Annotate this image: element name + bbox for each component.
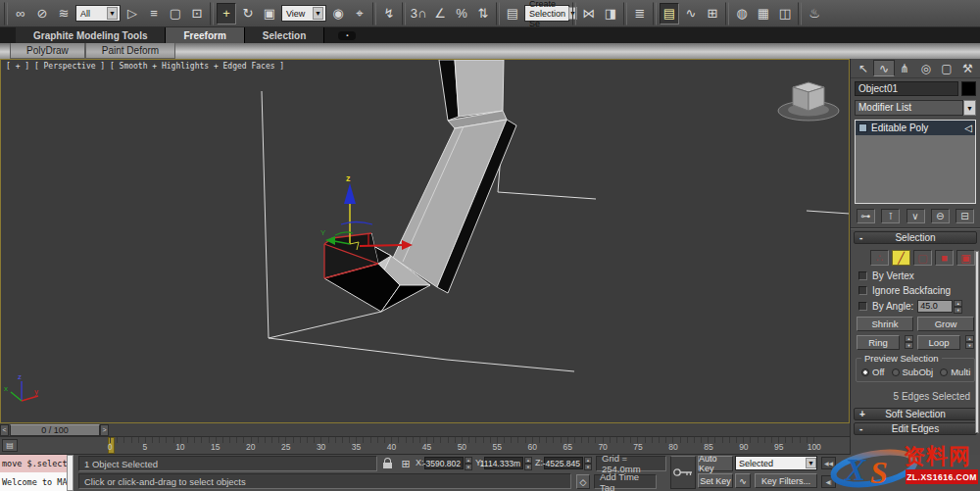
default-tangent-button[interactable]: ∿ (735, 473, 751, 488)
remove-modifier-button[interactable]: ⊖ (931, 209, 950, 223)
maxscript-listener-line2[interactable]: Welcome to MAX (0, 472, 67, 491)
z-coord-spinner[interactable]: ▲▼ (584, 457, 592, 469)
toolbar-separator[interactable]: ▼ (496, 2, 500, 25)
configure-modifier-sets-button[interactable]: ⊟ (956, 209, 974, 223)
open-mini-curve-editor-button[interactable]: ▤ (2, 439, 18, 452)
viewport-canvas[interactable]: z Y z x y (1, 60, 849, 422)
rollout-edit-edges[interactable]: - Edit Edges (854, 422, 977, 435)
toolbar-separator[interactable]: ▼ (653, 2, 657, 25)
maxscript-listener-line1[interactable]: move $.selecte (0, 455, 67, 472)
command-tab-hierarchy[interactable]: ⋔ (895, 60, 915, 76)
selection-lock-toggle[interactable] (380, 456, 395, 471)
element-mode-button[interactable]: ▣ (956, 250, 975, 266)
spinner-snap-icon[interactable]: ⇅ ▼ (473, 3, 493, 25)
object-color-swatch[interactable] (961, 81, 976, 96)
reference-coordinate-system-dropdown[interactable]: View ▼ (281, 5, 326, 22)
mirror-icon[interactable]: ⋈ ▼ (579, 3, 599, 25)
select-and-link-icon[interactable]: ∞ ▼ (11, 3, 30, 25)
select-and-manipulate-icon[interactable]: ⌖ ▼ (350, 3, 369, 25)
toolbar-separator[interactable]: ▼ (210, 2, 214, 25)
vertex-mode-button[interactable]: ∴ (870, 250, 889, 266)
selection-set-dropdown[interactable]: Selected ▼ (735, 456, 817, 470)
angle-snap-icon[interactable]: ∠ ▼ (430, 3, 450, 25)
set-key-button[interactable]: Set Key (698, 473, 733, 488)
manage-layers-icon[interactable]: ≣ ▼ (630, 3, 650, 25)
checkbox[interactable] (858, 286, 867, 295)
show-end-result-button[interactable]: ⊺ (881, 209, 900, 223)
percent-snap-icon[interactable]: % ▼ (452, 3, 471, 25)
command-tab-utilities[interactable]: ⚒ (957, 60, 978, 76)
graphite-modeling-tools-toggle-icon[interactable]: ▤ ▼ (660, 3, 679, 25)
ring-spinner[interactable]: ▲▼ (905, 335, 913, 348)
schematic-view-icon[interactable]: ⊞ ▼ (703, 3, 722, 25)
edit-named-selection-sets-icon[interactable]: ▤ ▼ (503, 3, 522, 25)
ribbon-tab-freeform[interactable]: Freeform (166, 27, 244, 43)
chevron-down-icon[interactable]: ▼ (313, 7, 323, 20)
select-object-icon[interactable]: ▷ ▼ (122, 3, 142, 25)
viewcube[interactable] (778, 82, 839, 121)
polygon-mode-button[interactable]: ■ (935, 250, 954, 266)
x-coord-field[interactable]: -3590.802 (424, 457, 464, 469)
material-editor-icon[interactable]: ◍ ▼ (732, 3, 752, 25)
maxscript-listener-scrollbar[interactable] (67, 455, 74, 491)
select-and-scale-icon[interactable]: ▣ ▼ (260, 3, 279, 25)
preview-subobj-radio[interactable]: SubObj (892, 367, 934, 377)
command-tab-create[interactable]: ↖ (853, 60, 873, 76)
select-and-move-icon[interactable]: + ▼ (217, 3, 236, 25)
ribbon-subtab-polydraw[interactable]: PolyDraw (10, 43, 85, 59)
render-setup-icon[interactable]: ▦ ▼ (754, 3, 773, 25)
command-panel-scrollbar[interactable] (975, 251, 979, 433)
y-coord-field[interactable]: 1114.333m (484, 457, 523, 469)
absolute-mode-toggle[interactable]: ⊞ (398, 456, 414, 471)
select-by-name-icon[interactable]: ≡ ▼ (144, 3, 164, 25)
named-selection-sets-dropdown[interactable]: Create Selection Se ▼ (524, 5, 569, 22)
previous-frame-arrow[interactable]: < (0, 424, 9, 436)
keyboard-shortcut-override-icon[interactable]: ↯ ▼ (379, 3, 399, 25)
snaps-toggle-icon[interactable]: 3∩ ▼ (409, 3, 428, 25)
by-angle-checkbox[interactable] (858, 302, 867, 311)
next-frame-arrow[interactable]: > (100, 424, 109, 436)
viewport-label[interactable]: [ + ] [ Perspective ] [ Smooth + Highlig… (6, 62, 284, 71)
border-mode-button[interactable]: ▢ (913, 250, 932, 266)
auto-key-button[interactable]: Auto Key (698, 456, 733, 471)
toolbar-separator[interactable]: ▼ (372, 2, 376, 25)
pin-stack-button[interactable]: ⊶ (857, 209, 875, 223)
track-bar[interactable]: ▤ 05101520253035404550556065707580859095… (0, 437, 850, 455)
preview-off-radio[interactable]: Off (861, 367, 885, 377)
chevron-down-icon[interactable]: ▼ (107, 7, 118, 20)
loop-button[interactable]: Loop (917, 335, 960, 350)
make-unique-button[interactable]: ∨ (906, 209, 925, 223)
ribbon-tab-selection[interactable]: Selection (245, 27, 324, 43)
ribbon-tab-graphite-modeling-tools[interactable]: Graphite Modeling Tools (16, 27, 166, 43)
toolbar-separator[interactable]: ▼ (4, 2, 8, 25)
edge-mode-button[interactable]: ╱ (892, 250, 910, 266)
key-filters-button[interactable]: Key Filters... (755, 473, 817, 488)
rendered-frame-window-icon[interactable]: ◫ ▼ (775, 3, 795, 25)
command-tab-display[interactable]: ▢ (936, 60, 956, 76)
perspective-viewport[interactable]: z Y z x y [ + ] [ Perspective ] [ Smoo (0, 59, 850, 423)
align-icon[interactable]: ◨ ▼ (601, 3, 620, 25)
use-pivot-point-center-icon[interactable]: ◉ ▼ (328, 3, 348, 25)
z-coord-field[interactable]: -4525.845 (544, 457, 583, 469)
rectangular-selection-region-icon[interactable]: ▢ ▼ (166, 3, 185, 25)
selection-filter-dropdown[interactable]: All ▼ (75, 5, 121, 22)
shrink-button[interactable]: Shrink (857, 317, 913, 331)
command-tab-motion[interactable]: ◎ (915, 60, 936, 76)
toolbar-separator[interactable]: ▼ (402, 2, 406, 25)
by-angle-field[interactable]: 45.0 (917, 300, 953, 313)
add-time-tag[interactable]: Add Time Tag (594, 474, 657, 489)
window-crossing-toggle-icon[interactable]: ⊡ ▼ (187, 3, 207, 25)
object-name-field[interactable]: Object01 (855, 81, 958, 96)
ring-button[interactable]: Ring (857, 335, 900, 350)
bind-to-space-warp-icon[interactable]: ≋ ▼ (54, 3, 74, 25)
y-coord-spinner[interactable]: ▲▼ (524, 457, 532, 469)
toolbar-separator[interactable]: ▼ (572, 2, 576, 25)
loop-spinner[interactable]: ▲▼ (965, 335, 974, 348)
ignore-backfacing-checkbox[interactable]: Ignore Backfacing (851, 283, 980, 298)
modifier-list-dropdown[interactable]: Modifier List (855, 100, 963, 116)
select-and-rotate-icon[interactable]: ↻ ▼ (238, 3, 258, 25)
by-vertex-checkbox[interactable]: By Vertex (851, 269, 980, 283)
chevron-down-icon[interactable]: ▼ (806, 458, 816, 468)
adaptive-degradation-toggle[interactable]: ◇ (576, 474, 590, 489)
modifier-stack-row[interactable]: Editable Poly ◁ (856, 121, 975, 135)
